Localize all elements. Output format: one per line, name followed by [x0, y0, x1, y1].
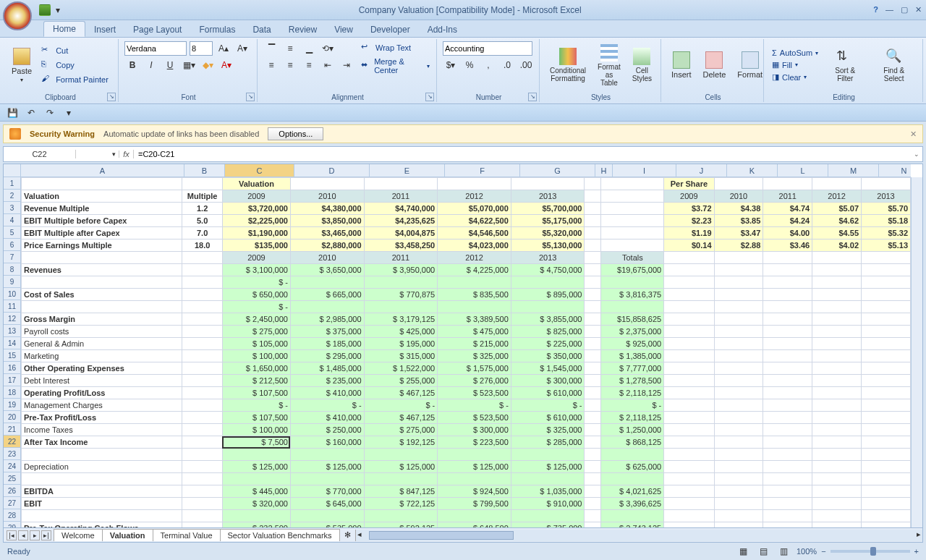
cell-C20[interactable]: $ 107,500 [222, 412, 290, 424]
cell-C8[interactable]: $ 3,100,000 [222, 264, 290, 276]
cell-H22[interactable] [585, 436, 601, 449]
cell-N26[interactable] [862, 485, 911, 498]
cell-N2[interactable]: 2013 [862, 190, 911, 203]
ribbon-tab-view[interactable]: View [326, 22, 362, 37]
cell-L7[interactable] [763, 252, 812, 264]
cell-C9[interactable]: $ - [222, 276, 290, 289]
cell-B14[interactable] [182, 338, 223, 350]
cell-G22[interactable]: $ 285,000 [511, 436, 585, 449]
cell-G11[interactable] [511, 301, 585, 313]
cell-E8[interactable]: $ 3,950,000 [364, 264, 438, 276]
align-bottom-icon[interactable]: ▁ [301, 41, 317, 56]
cell-E21[interactable]: $ 275,000 [364, 424, 438, 436]
cell-F20[interactable]: $ 523,500 [438, 412, 511, 424]
cell-E13[interactable]: $ 425,000 [364, 326, 438, 338]
cell-L1[interactable] [763, 178, 812, 190]
page-break-view-icon[interactable]: ▥ [776, 544, 792, 559]
row-header-25[interactable]: 25 [4, 472, 20, 485]
cell-N5[interactable]: $5.32 [862, 227, 911, 239]
cell-C15[interactable]: $ 100,000 [222, 350, 290, 362]
cell-D22[interactable]: $ 160,000 [290, 436, 364, 449]
col-header-J[interactable]: J [676, 164, 727, 177]
cell-C14[interactable]: $ 105,000 [222, 338, 290, 350]
cell-J25[interactable] [664, 473, 714, 485]
cell-G7[interactable]: 2013 [511, 252, 585, 264]
cell-M24[interactable] [812, 461, 862, 473]
col-header-K[interactable]: K [727, 164, 778, 177]
cell-D7[interactable]: 2010 [290, 252, 364, 264]
cell-E28[interactable] [364, 510, 438, 522]
page-layout-view-icon[interactable]: ▤ [756, 544, 772, 559]
cell-H13[interactable] [585, 326, 601, 338]
cell-N14[interactable] [862, 338, 911, 350]
cell-C2[interactable]: 2009 [222, 190, 290, 203]
cell-E2[interactable]: 2011 [364, 190, 438, 203]
cell-A11[interactable] [22, 301, 182, 313]
cell-I23[interactable] [601, 449, 664, 461]
cell-L21[interactable] [763, 424, 812, 436]
font-color-button[interactable]: A▾ [218, 58, 234, 72]
cell-K17[interactable] [714, 375, 763, 387]
cell-A6[interactable]: Price Earnings Multiple [22, 239, 182, 252]
cell-K18[interactable] [714, 387, 763, 399]
zoom-out-icon[interactable]: − [821, 547, 825, 556]
col-header-F[interactable]: F [445, 164, 520, 177]
row-header-3[interactable]: 3 [4, 202, 20, 214]
underline-button[interactable]: U [162, 58, 178, 72]
zoom-in-icon[interactable]: + [914, 547, 919, 556]
cell-K16[interactable] [714, 362, 763, 375]
cell-I17[interactable]: $ 1,278,500 [601, 375, 664, 387]
cell-A26[interactable]: EBITDA [22, 485, 182, 498]
cell-B9[interactable] [182, 276, 223, 289]
cell-K13[interactable] [714, 326, 763, 338]
cell-B10[interactable] [182, 289, 223, 301]
cell-I24[interactable]: $ 625,000 [601, 461, 664, 473]
ribbon-tab-page-layout[interactable]: Page Layout [124, 22, 190, 37]
cell-D19[interactable]: $ - [290, 399, 364, 412]
col-header-H[interactable]: H [595, 164, 613, 177]
cell-I13[interactable]: $ 2,375,000 [601, 326, 664, 338]
cell-K12[interactable] [714, 313, 763, 326]
row-header-24[interactable]: 24 [4, 460, 20, 472]
cell-C28[interactable] [222, 510, 290, 522]
col-header-E[interactable]: E [370, 164, 445, 177]
grow-font-icon[interactable]: A▴ [216, 41, 232, 56]
cell-H4[interactable] [585, 215, 601, 227]
ribbon-tab-add-ins[interactable]: Add-Ins [419, 22, 466, 37]
cell-N28[interactable] [862, 510, 911, 522]
cell-A18[interactable]: Operating Profit/Loss [22, 387, 182, 399]
cell-L29[interactable] [763, 522, 812, 528]
security-options-button[interactable]: Options... [268, 127, 323, 140]
cell-J16[interactable] [664, 362, 714, 375]
cell-G9[interactable] [511, 276, 585, 289]
cell-B2[interactable]: Multiple [182, 190, 223, 203]
normal-view-icon[interactable]: ▦ [736, 544, 752, 559]
cell-I28[interactable] [601, 510, 664, 522]
cell-G5[interactable]: $5,320,000 [511, 227, 585, 239]
row-header-9[interactable]: 9 [4, 276, 20, 288]
align-center-icon[interactable]: ≡ [282, 58, 298, 72]
cell-M28[interactable] [812, 510, 862, 522]
zoom-level[interactable]: 100% [797, 547, 817, 556]
cell-D1[interactable] [290, 178, 364, 190]
find-select-button[interactable]: 🔍Find & Select [870, 45, 918, 85]
cell-B26[interactable] [182, 485, 223, 498]
cell-D25[interactable] [290, 473, 364, 485]
cell-N4[interactable]: $5.18 [862, 215, 911, 227]
cell-B27[interactable] [182, 498, 223, 510]
cell-G17[interactable]: $ 300,000 [511, 375, 585, 387]
cell-H14[interactable] [585, 338, 601, 350]
cell-M7[interactable] [812, 252, 862, 264]
cell-D5[interactable]: $3,465,000 [290, 227, 364, 239]
row-header-5[interactable]: 5 [4, 226, 20, 239]
cell-N25[interactable] [862, 473, 911, 485]
cell-K29[interactable] [714, 522, 763, 528]
cell-F23[interactable] [438, 449, 511, 461]
zoom-slider[interactable] [831, 550, 910, 553]
cell-J14[interactable] [664, 338, 714, 350]
cell-E12[interactable]: $ 3,179,125 [364, 313, 438, 326]
cell-A23[interactable] [22, 449, 182, 461]
cell-C16[interactable]: $ 1,650,000 [222, 362, 290, 375]
cell-M4[interactable]: $4.62 [812, 215, 862, 227]
cell-I4[interactable] [601, 215, 664, 227]
